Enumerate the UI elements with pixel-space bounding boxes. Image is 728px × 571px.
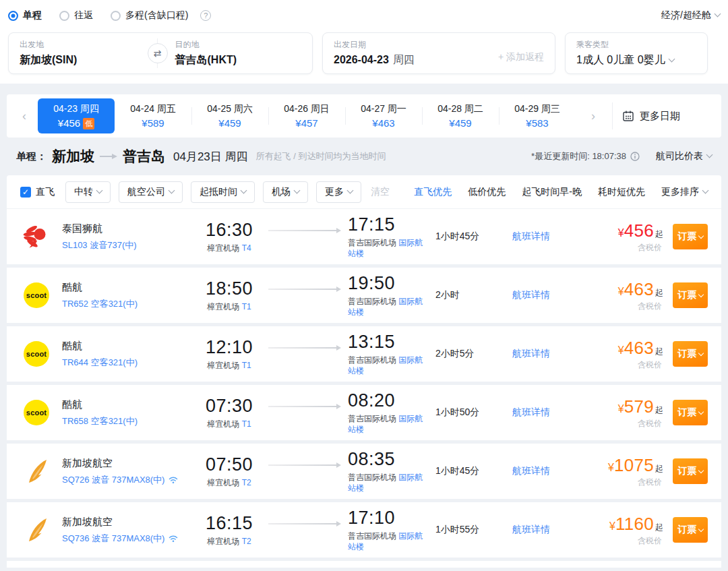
depart-date-box[interactable]: 出发日期 2026-04-23周四 + 添加返程 (322, 32, 555, 74)
departure-time: 16:15 (191, 513, 267, 534)
date-tab-date: 04-24 周五 (130, 103, 176, 115)
swap-cities-button[interactable]: ⇄ (148, 43, 168, 63)
sort-departure-time[interactable]: 起飞时间早-晚 (522, 186, 582, 198)
chevron-down-icon (706, 152, 713, 158)
date-tab-04-28[interactable]: 04-28 周二¥459 (422, 98, 499, 133)
book-ticket-button[interactable]: 订票 (673, 400, 708, 425)
prev-dates-button[interactable]: ‹ (11, 109, 38, 123)
local-time-note: 所有起飞 / 到达时间均为当地时间 (256, 150, 386, 162)
flight-code-aircraft[interactable]: SQ736 波音 737MAX8(中) (62, 533, 191, 545)
sort-shortest-duration[interactable]: 耗时短优先 (598, 186, 645, 198)
flight-path-arrow (268, 228, 341, 233)
sort-lowest-price[interactable]: 低价优先 (468, 186, 506, 198)
date-tab-price: ¥456低 (58, 117, 94, 129)
chevron-down-icon (698, 467, 703, 473)
filter-airline[interactable]: 航空公司 (119, 181, 183, 203)
more-dates-button[interactable]: 更多日期 (622, 110, 690, 123)
flight-row-SQ736: 新加坡航空SQ736 波音 737MAX8(中)16:15樟宜机场 T217:1… (7, 502, 721, 558)
flight-details-link[interactable]: 航班详情 (512, 348, 586, 360)
price: ¥579起 (586, 396, 663, 417)
flight-details-link[interactable]: 航班详情 (512, 289, 586, 301)
departure-airport: 樟宜机场 T1 (191, 419, 267, 429)
flight-path-arrow (268, 521, 341, 527)
flight-row-SQ726: 新加坡航空SQ726 波音 737MAX8(中)07:50樟宜机场 T208:3… (7, 444, 721, 499)
arrival-airport: 普吉国际机场 国际航站楼 (348, 531, 427, 552)
passenger-type-box[interactable]: 乘客类型 1成人 0儿童 0婴儿 (565, 32, 708, 74)
radio-multi-city[interactable]: 多程(含缺口程) (111, 9, 188, 22)
destination-value: 普吉岛(HKT) (175, 53, 302, 67)
flight-details-link[interactable]: 航班详情 (512, 231, 586, 243)
airline-price-compare-button[interactable]: 航司比价表 (656, 150, 712, 162)
book-ticket-button[interactable]: 订票 (673, 517, 708, 543)
book-ticket-button[interactable]: 订票 (673, 341, 708, 367)
flight-duration: 1小时55分 (433, 524, 512, 536)
book-ticket-button[interactable]: 订票 (673, 224, 708, 249)
filter-more[interactable]: 更多 (316, 181, 361, 203)
date-tab-date: 04-25 周六 (207, 103, 253, 115)
flight-row-SL103: 泰国狮航SL103 波音737(中)16:30樟宜机场 T417:15普吉国际机… (7, 209, 721, 264)
singapore-airlines-logo-icon (23, 516, 50, 543)
flight-details-link[interactable]: 航班详情 (512, 465, 586, 477)
price: ¥463起 (586, 338, 663, 359)
arrival-time: 13:15 (348, 332, 433, 353)
info-icon[interactable] (630, 152, 640, 161)
date-tab-date: 04-26 周日 (284, 103, 330, 115)
clear-filters-button[interactable]: 清空 (371, 186, 390, 198)
departure-time: 07:30 (191, 396, 267, 417)
date-tab-04-29[interactable]: 04-29 周三¥583 (499, 98, 576, 133)
destination-field[interactable]: 目的地 普吉岛(HKT) (158, 33, 313, 73)
origin-field[interactable]: 出发地 新加坡(SIN) (9, 33, 157, 73)
radio-one-way[interactable]: 单程 (8, 9, 42, 22)
radio-round-trip[interactable]: 往返 (59, 9, 93, 22)
filter-bar: ✓ 直飞 中转 航空公司 起抵时间 机场 更多 清空 直飞优先 低价优先 起飞时… (7, 175, 721, 209)
radio-dot-icon (59, 11, 69, 21)
next-row-peek (7, 561, 721, 568)
flight-row-TR658: scoot酷航TR658 空客321(中)07:30樟宜机场 T108:20普吉… (7, 385, 721, 440)
airline-name: 酷航 (62, 281, 191, 294)
cabin-class-select[interactable]: 经济/超经舱 (661, 9, 720, 22)
next-dates-button[interactable]: › (580, 109, 607, 123)
add-return-button[interactable]: + 添加返程 (498, 51, 544, 63)
airline-name: 新加坡航空 (62, 516, 191, 529)
flight-path-arrow (268, 404, 341, 409)
search-header: 单程 往返 多程(含缺口程) ? 经济/超经舱 出发地 新加坡(SIN) ⇄ 目… (0, 0, 728, 84)
flight-code-aircraft[interactable]: TR652 空客321(中) (62, 298, 191, 310)
more-dates-label: 更多日期 (640, 110, 680, 123)
arrival-time: 19:50 (348, 273, 433, 294)
flight-details-link[interactable]: 航班详情 (512, 524, 586, 536)
filter-transfer[interactable]: 中转 (65, 181, 111, 203)
book-ticket-button[interactable]: 订票 (673, 458, 708, 484)
flight-code-aircraft[interactable]: TR644 空客321(中) (62, 357, 191, 369)
chevron-down-icon (698, 233, 703, 238)
tax-included-note: 含税价 (586, 477, 663, 488)
sort-direct-first[interactable]: 直飞优先 (414, 186, 452, 198)
sort-more[interactable]: 更多排序 (661, 186, 708, 198)
airline-logo: scoot (23, 340, 50, 367)
date-tab-04-26[interactable]: 04-26 周日¥457 (268, 98, 345, 133)
flight-code-aircraft[interactable]: SL103 波音737(中) (62, 239, 191, 251)
date-tab-04-27[interactable]: 04-27 周一¥463 (345, 98, 422, 133)
flight-code-aircraft[interactable]: SQ726 波音 737MAX8(中) (62, 474, 191, 486)
radio-dot-icon (8, 11, 18, 21)
airline-name: 酷航 (62, 340, 191, 353)
direct-flight-checkbox[interactable]: ✓ (20, 187, 31, 198)
arrival-time: 17:15 (348, 214, 433, 235)
route-date: 04月23日 周四 (173, 149, 248, 164)
depart-date-weekday: 周四 (393, 54, 415, 65)
filter-time[interactable]: 起抵时间 (191, 181, 255, 203)
filter-airport[interactable]: 机场 (263, 181, 308, 203)
date-tab-04-24[interactable]: 04-24 周五¥589 (115, 98, 191, 133)
departure-airport: 樟宜机场 T1 (191, 360, 267, 371)
book-ticket-button[interactable]: 订票 (673, 282, 708, 308)
flight-code-aircraft[interactable]: TR658 空客321(中) (62, 415, 191, 427)
date-tab-04-23[interactable]: 04-23 周四¥456低 (38, 98, 115, 133)
help-icon[interactable]: ? (200, 10, 211, 21)
singapore-airlines-logo-icon (23, 458, 50, 485)
date-tab-date: 04-28 周二 (437, 103, 483, 115)
calendar-icon (622, 110, 634, 122)
scoot-logo-icon: scoot (24, 400, 49, 425)
flight-details-link[interactable]: 航班详情 (512, 407, 586, 419)
date-tab-04-25[interactable]: 04-25 周六¥459 (191, 98, 268, 133)
passenger-type-label: 乘客类型 (576, 39, 696, 51)
passenger-type-value: 1成人 0儿童 0婴儿 (576, 53, 696, 67)
